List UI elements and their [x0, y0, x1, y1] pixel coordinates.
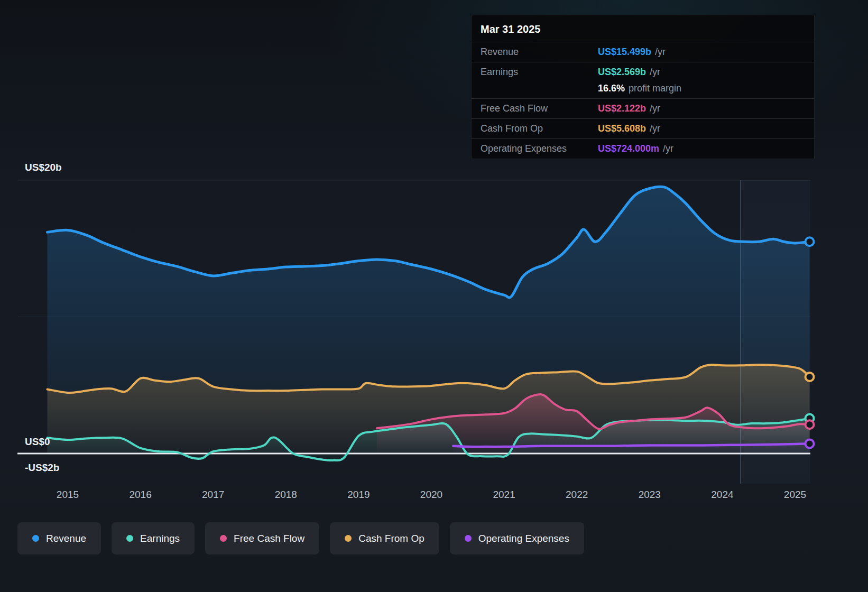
tooltip-row-suffix: /yr — [650, 103, 660, 114]
tooltip-row-label: Earnings — [481, 67, 598, 78]
tooltip-row-label: Free Cash Flow — [481, 103, 598, 114]
tooltip-date: Mar 31 2025 — [472, 15, 814, 42]
y-axis-label-neg2b: -US$2b — [25, 462, 59, 474]
tooltip-row-label: Cash From Op — [481, 123, 598, 134]
x-axis-label-2024: 2024 — [711, 489, 733, 501]
legend-dot — [345, 535, 352, 542]
legend-label: Revenue — [46, 533, 86, 544]
tooltip-row: Free Cash FlowUS$2.122b/yr — [472, 99, 814, 119]
tooltip-row-value: 16.6% — [598, 83, 625, 94]
tooltip-row: RevenueUS$15.499b/yr — [472, 42, 814, 62]
x-axis-label-2015: 2015 — [57, 489, 79, 501]
tooltip-row-value: US$15.499b — [598, 47, 651, 58]
legend-dot — [465, 535, 472, 542]
revenue-endpoint[interactable] — [806, 237, 814, 246]
tooltip-row-value: US$724.000m — [598, 143, 659, 154]
free-cash-flow-endpoint[interactable] — [806, 420, 814, 429]
tooltip-row-value: US$5.608b — [598, 123, 646, 134]
legend-label: Operating Expenses — [478, 533, 569, 544]
tooltip-row: EarningsUS$2.569b/yr — [472, 62, 814, 82]
tooltip-row-suffix: /yr — [655, 47, 666, 58]
tooltip-row: Cash From OpUS$5.608b/yr — [472, 119, 814, 139]
tooltip-row-suffix: /yr — [650, 123, 660, 134]
legend-item-operating-expenses[interactable]: Operating Expenses — [450, 522, 584, 554]
tooltip-row-suffix: /yr — [650, 67, 660, 78]
chart-tooltip: Mar 31 2025 RevenueUS$15.499b/yrEarnings… — [471, 15, 815, 159]
tooltip-row-value: US$2.569b — [598, 67, 646, 78]
y-axis-label-20b: US$20b — [25, 162, 62, 173]
tooltip-row-label: Revenue — [481, 47, 598, 58]
legend-dot — [220, 535, 227, 542]
legend-item-free-cash-flow[interactable]: Free Cash Flow — [205, 522, 319, 554]
y-axis-label-0: US$0 — [25, 436, 50, 448]
x-axis-label-2018: 2018 — [275, 489, 297, 501]
tooltip-rows: RevenueUS$15.499b/yrEarningsUS$2.569b/yr… — [472, 42, 814, 159]
x-axis-label-2017: 2017 — [202, 489, 224, 501]
x-axis-label-2022: 2022 — [566, 489, 588, 501]
legend: RevenueEarningsFree Cash FlowCash From O… — [17, 522, 584, 554]
tooltip-row: 16.6%profit margin — [472, 82, 814, 99]
tooltip-row: Operating ExpensesUS$724.000m/yr — [472, 139, 814, 159]
legend-label: Cash From Op — [358, 533, 424, 544]
legend-label: Earnings — [140, 533, 180, 544]
tooltip-row-suffix: profit margin — [629, 83, 681, 94]
financial-chart-page: US$20b US$0 -US$2b 201520162017201820192… — [0, 0, 868, 592]
tooltip-row-label: Operating Expenses — [481, 143, 598, 154]
legend-item-earnings[interactable]: Earnings — [112, 522, 195, 554]
tooltip-row-value: US$2.122b — [598, 103, 646, 114]
cash-from-op-endpoint[interactable] — [806, 373, 814, 381]
operating-expenses-endpoint[interactable] — [806, 439, 814, 448]
x-axis-label-2020: 2020 — [420, 489, 442, 501]
legend-dot — [126, 535, 133, 542]
x-axis-label-2023: 2023 — [639, 489, 661, 501]
x-axis-label-2019: 2019 — [347, 489, 370, 501]
legend-label: Free Cash Flow — [234, 533, 304, 544]
legend-item-revenue[interactable]: Revenue — [17, 522, 101, 554]
x-axis-label-2025: 2025 — [784, 489, 806, 501]
tooltip-row-suffix: /yr — [663, 143, 673, 154]
x-axis-label-2016: 2016 — [129, 489, 151, 501]
legend-dot — [32, 535, 39, 542]
legend-item-cash-from-op[interactable]: Cash From Op — [330, 522, 439, 554]
x-axis-label-2021: 2021 — [493, 489, 515, 501]
